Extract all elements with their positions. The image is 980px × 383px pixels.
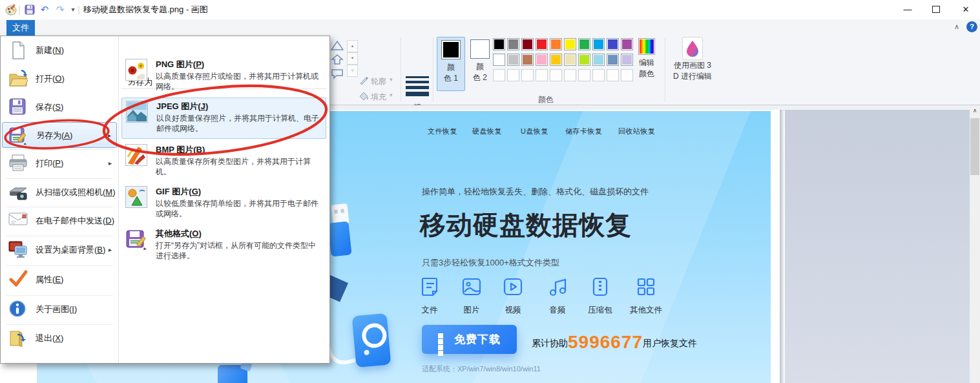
- color2-swatch: [470, 39, 490, 59]
- palette-color-swatch[interactable]: [578, 54, 590, 66]
- menu-item-email[interactable]: 在电子邮件中发送(D): [2, 208, 117, 234]
- menu-item-about[interactable]: 关于画图(I): [2, 296, 117, 322]
- palette-empty-swatch[interactable]: [550, 69, 562, 81]
- fill-dropdown-icon[interactable]: ▾: [390, 92, 393, 98]
- undo-button[interactable]: ↶: [37, 0, 52, 19]
- palette-empty-swatch[interactable]: [564, 69, 576, 81]
- properties-check-icon: [8, 270, 28, 289]
- palette-color-swatch[interactable]: [536, 38, 548, 50]
- submenu-item-bmp[interactable]: BMP 图片(B) 以高质量保存所有类型图片，并将其用于计算机。: [121, 141, 326, 183]
- menu-item-save[interactable]: 保存(S): [2, 94, 117, 120]
- save-quick-button[interactable]: [23, 0, 36, 19]
- palette-color-swatch[interactable]: [564, 54, 576, 66]
- collapse-ribbon-icon[interactable]: ∧: [954, 23, 959, 31]
- paint3d-button[interactable]: 使用画图 3D 进行编辑: [669, 37, 716, 82]
- menu-item-properties[interactable]: 属性(E): [2, 267, 117, 293]
- palette-color-swatch[interactable]: [493, 54, 505, 66]
- submenu-arrow-icon: ▸: [109, 237, 112, 263]
- filetype-image: 图片: [451, 276, 492, 316]
- submenu-arrow-icon: ▸: [109, 150, 112, 176]
- filetype-other: 其他文件: [625, 276, 667, 316]
- palette-empty-swatch[interactable]: [592, 69, 605, 81]
- jpeg-image-icon: [126, 101, 148, 123]
- palette-color-swatch[interactable]: [507, 38, 519, 50]
- fill-button[interactable]: 填充: [371, 92, 386, 103]
- palette-empty-swatch[interactable]: [507, 69, 519, 81]
- hero-subheading: 只需3步轻松恢复1000+格式文件类型: [422, 257, 559, 269]
- menu-item-scanner[interactable]: 从扫描仪或照相机(M): [2, 180, 117, 205]
- maximize-button[interactable]: [926, 0, 946, 19]
- menu-separator: [6, 324, 113, 325]
- callout-shape-icon[interactable]: [331, 68, 345, 81]
- shapes-scroll-down-icon[interactable]: ▾: [347, 52, 358, 65]
- palette-empty-swatch[interactable]: [536, 69, 548, 81]
- scanner-camera-icon: [8, 183, 28, 202]
- palette-empty-swatch[interactable]: [521, 69, 534, 81]
- menu-item-new[interactable]: 新建(N): [2, 37, 117, 63]
- tab-file[interactable]: 文件: [6, 20, 35, 36]
- menu-item-exit[interactable]: 退出(X): [2, 326, 117, 351]
- menu-item-open[interactable]: 打开(O): [2, 66, 117, 92]
- shapes-scroll-up-icon[interactable]: ▴: [347, 40, 358, 52]
- other-format-icon: [125, 228, 147, 250]
- submenu-item-png[interactable]: PNG 图片(P) 以高质量保存照片或绘图，并将其用于计算机或网络。: [121, 56, 326, 98]
- scrollbar-thumb[interactable]: [970, 118, 979, 175]
- palette-color-swatch[interactable]: [607, 38, 619, 50]
- menu-separator: [6, 265, 113, 266]
- palette-empty-swatch[interactable]: [621, 69, 633, 81]
- palette-empty-swatch[interactable]: [493, 69, 505, 81]
- scrollbar-up-icon[interactable]: ∧: [970, 105, 980, 116]
- triangle-shape-icon[interactable]: [331, 40, 345, 53]
- arrow-shape-icon[interactable]: [331, 54, 345, 67]
- submenu-item-other-formats[interactable]: 其他格式(O) 打开“另存为”对话框，从所有可能的文件类型中进行选择。: [121, 225, 326, 267]
- palette-color-swatch[interactable]: [564, 38, 576, 50]
- palette-empty-swatch[interactable]: [578, 69, 590, 81]
- filetype-document: 文件: [409, 276, 450, 316]
- shapes-more-icon[interactable]: ▿: [347, 65, 358, 77]
- menu-item-desktop-background[interactable]: 设置为桌面背景(B) ▸: [2, 237, 117, 263]
- palette-color-swatch[interactable]: [607, 54, 619, 66]
- palette-color-swatch[interactable]: [521, 54, 534, 66]
- maximize-icon: [932, 6, 940, 13]
- title-bar: | ↶ ↷ ▾ | 移动硬盘数据恢复专题.png - 画图 — ✕: [0, 0, 980, 19]
- palette-empty-swatch[interactable]: [607, 69, 619, 81]
- submenu-item-gif[interactable]: GIF 图片(G) 以较低质量保存简单绘图，并将其用于电子邮件或网络。: [121, 183, 326, 225]
- outline-dropdown-icon[interactable]: ▾: [390, 76, 393, 83]
- menu-separator: [6, 236, 113, 236]
- palette-color-swatch[interactable]: [507, 54, 519, 66]
- save-as-icon: [9, 125, 28, 145]
- color1-swatch: [441, 40, 461, 59]
- redo-button[interactable]: ↷: [53, 0, 67, 19]
- palette-color-swatch[interactable]: [621, 54, 633, 66]
- palette-color-swatch[interactable]: [592, 54, 605, 66]
- outline-button[interactable]: 轮廓: [371, 76, 386, 87]
- color2-button[interactable]: 颜色 2: [466, 37, 494, 90]
- submenu-item-jpeg[interactable]: JPEG 图片(J) 以良好质量保存照片，并将其用于计算机、电子邮件或网络。: [121, 98, 326, 139]
- size-line-icon: [406, 86, 429, 89]
- ribbon-tab-row: [0, 19, 980, 36]
- menu-item-print[interactable]: 打印(P) ▸: [2, 150, 117, 176]
- help-icon[interactable]: ?: [966, 21, 977, 32]
- size-line-icon: [406, 92, 429, 96]
- palette-row-1: [493, 38, 635, 52]
- minimize-button[interactable]: —: [898, 0, 917, 19]
- edit-colors-button[interactable]: 编辑颜色: [636, 38, 658, 79]
- palette-color-swatch[interactable]: [550, 38, 562, 50]
- folder-graphic: [218, 365, 247, 383]
- qat-customize-button[interactable]: ▾: [68, 0, 78, 19]
- palette-color-swatch[interactable]: [578, 38, 590, 50]
- palette-color-swatch[interactable]: [621, 38, 633, 50]
- color2-label: 颜色 2: [466, 61, 494, 83]
- palette-color-swatch[interactable]: [592, 38, 605, 50]
- color1-button[interactable]: 颜色 1: [437, 37, 465, 91]
- palette-color-swatch[interactable]: [521, 38, 534, 50]
- ribbon-separator: [665, 37, 665, 102]
- menu-item-save-as[interactable]: 另存为(A) ▸: [2, 122, 117, 148]
- palette-color-swatch[interactable]: [493, 38, 505, 50]
- palette-color-swatch[interactable]: [536, 54, 548, 66]
- close-button[interactable]: ✕: [956, 0, 975, 19]
- usb-drive-graphic: [331, 203, 349, 224]
- exit-icon: [8, 329, 28, 348]
- qat-separator-2: |: [78, 0, 80, 19]
- palette-color-swatch[interactable]: [550, 54, 562, 66]
